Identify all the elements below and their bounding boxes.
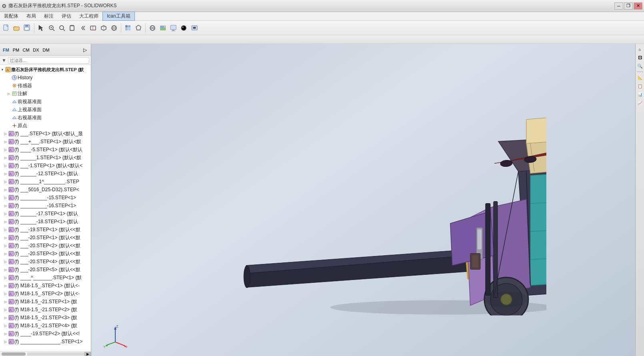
right-view2-btn[interactable]: 📋 (636, 82, 644, 90)
part6-expand-icon[interactable]: ▷ (3, 171, 8, 176)
part25-expand-icon[interactable]: ▷ (3, 323, 8, 328)
toolbar-save[interactable] (22, 23, 32, 33)
toolbar-prev-view[interactable] (78, 23, 88, 33)
toolbar-select[interactable] (36, 23, 46, 33)
top-plane-expand-icon[interactable] (6, 107, 11, 112)
toolbar-scene[interactable] (158, 23, 168, 33)
toolbar-3d-view[interactable] (99, 23, 108, 33)
part13-expand-icon[interactable]: ▷ (3, 227, 8, 232)
config-manager-tab[interactable]: CM (22, 46, 30, 54)
right-home-btn[interactable]: ⌂ (636, 46, 644, 53)
menu-engineer[interactable]: 大工程师 (75, 12, 102, 20)
tree-row[interactable]: ▷ A (f) ___-1.STEP<1> (默认<默认< (0, 162, 91, 170)
part24-expand-icon[interactable]: ▷ (3, 315, 8, 320)
tree-row[interactable]: ▷ A (f) __________-15.STEP<1> (0, 194, 91, 202)
expand-panel-btn[interactable]: ▷ (80, 46, 89, 54)
tree-row[interactable]: ▷ A (f) M18-1.5_.STEP<1> (默认<- (0, 282, 91, 290)
top-plane-item[interactable]: 上视基准面 (0, 106, 91, 114)
display-manager-tab[interactable]: DM (42, 46, 50, 54)
tree-row[interactable]: ▷ A (f) ___-20.STEP<2> (默认<<默 (0, 242, 91, 250)
part18-expand-icon[interactable]: ▷ (3, 267, 8, 272)
tree-row[interactable]: ▷ A (f) _______________.STEP<1> (0, 338, 91, 346)
part27-expand-icon[interactable]: ▷ (3, 339, 8, 344)
toolbar-zoom-fit[interactable] (57, 23, 67, 33)
toolbar-shaded[interactable] (123, 23, 133, 33)
menu-layout[interactable]: 布局 (22, 12, 40, 20)
origin-expand-icon[interactable] (6, 123, 11, 128)
toolbar-zoom-window[interactable] (47, 23, 56, 33)
right-plane-expand-icon[interactable] (6, 115, 11, 120)
tree-row[interactable]: ▷ A (f) ____-5.STEP<1> (默认<默认 (0, 146, 91, 154)
tree-horizontal-scroll[interactable]: ▶ (0, 351, 91, 356)
restore-button[interactable]: ❐ (624, 2, 633, 10)
annotation-item[interactable]: ▷ 注解 (0, 90, 91, 98)
history-expand-icon[interactable] (6, 75, 11, 80)
part3-expand-icon[interactable]: ▷ (3, 147, 8, 152)
menu-evaluate[interactable]: 评估 (58, 12, 75, 20)
filter-input[interactable] (8, 57, 89, 64)
tree-row[interactable]: ▷ A (f) ____^_______.STEP<1> (默 (0, 274, 91, 282)
menu-annotation[interactable]: 标注 (40, 12, 58, 20)
titlebar-right[interactable]: ─ ❐ ✕ (614, 2, 642, 10)
part16-expand-icon[interactable]: ▷ (3, 251, 8, 256)
tree-row[interactable]: ▷ A (f) ___+___.STEP<1> (默认<默 (0, 138, 91, 146)
part1-expand-icon[interactable]: ▷ (3, 131, 8, 136)
right-plane-item[interactable]: 右视基准面 (0, 114, 91, 122)
origin-item[interactable]: 原点 (0, 122, 91, 130)
toolbar-shadows[interactable]: 💻 (189, 23, 199, 33)
part21-expand-icon[interactable]: ▷ (3, 291, 8, 296)
tree-row[interactable]: ▷ A (f) ___5016_D25-D32).STEP< (0, 186, 91, 194)
part4-expand-icon[interactable]: ▷ (3, 155, 8, 160)
right-search-btn[interactable]: 🔍 (636, 62, 644, 70)
dim-xpert-tab[interactable]: DX (32, 46, 40, 54)
tree-row[interactable]: ▷ A (f) M18-1.5_-21.STEP<4> (默 (0, 322, 91, 330)
front-plane-item[interactable]: 前视基准面 (0, 98, 91, 106)
part10-expand-icon[interactable]: ▷ (3, 203, 8, 208)
root-expand-icon[interactable]: ▼ (0, 67, 5, 72)
annotation-expand-icon[interactable]: ▷ (6, 91, 11, 96)
right-view3-btn[interactable]: 📊 (636, 91, 644, 98)
sensor-expand-icon[interactable] (6, 83, 11, 88)
toolbar-color-globe[interactable] (148, 23, 157, 33)
tree-row[interactable]: ▷ A (f) ______-18.STEP<1> (默认 (0, 218, 91, 226)
tree-row[interactable]: ▷ A (f) M18-1.5_-21.STEP<2> (默 (0, 306, 91, 314)
tree-row[interactable]: ▷ A (f) ___.STEP<1> (默认<默认_显 (0, 130, 91, 138)
tree-row[interactable]: ▷ A (f) ___-20.STEP<5> (默认<<默 (0, 266, 91, 274)
part8-expand-icon[interactable]: ▷ (3, 187, 8, 192)
tree-row[interactable]: ▷ A (f) M18-1.5_-21.STEP<1> (默 (0, 298, 91, 306)
right-view4-btn[interactable]: 📈 (636, 99, 644, 106)
toolbar-realview[interactable] (179, 23, 189, 33)
history-item[interactable]: History (0, 74, 91, 82)
toolbar-new[interactable] (2, 23, 11, 33)
part15-expand-icon[interactable]: ▷ (3, 243, 8, 248)
part19-expand-icon[interactable]: ▷ (3, 275, 8, 280)
tree-root-item[interactable]: ▼ A 撒石灰卧床平推机绞龙出料.STEP (默 (0, 66, 91, 74)
menu-ican[interactable]: Ican工具箱 (102, 12, 135, 21)
tree-row[interactable]: ▷ A (f) ____-19.STEP<2> (默认<<! (0, 330, 91, 338)
part12-expand-icon[interactable]: ▷ (3, 219, 8, 224)
right-zoom-btn[interactable]: ⊡ (636, 54, 644, 61)
tree-row[interactable]: ▷ A (f) ___-20.STEP<1> (默认<<默 (0, 234, 91, 242)
tree-row[interactable]: ▷ A (f) ______-12.STEP<1> (默认 (0, 170, 91, 178)
menu-assemble[interactable]: 装配体 (0, 12, 22, 20)
scroll-right-btn[interactable]: ▶ (84, 352, 91, 356)
part2-expand-icon[interactable]: ▷ (3, 139, 8, 144)
tree-row[interactable]: ▷ A (f) ___-20.STEP<4> (默认<<默 (0, 258, 91, 266)
part20-expand-icon[interactable]: ▷ (3, 283, 8, 288)
part11-expand-icon[interactable]: ▷ (3, 211, 8, 216)
tree-row[interactable]: ▷ A (f) __________-16.STEP<1> (0, 202, 91, 210)
part17-expand-icon[interactable]: ▷ (3, 259, 8, 264)
toolbar-display-state[interactable] (169, 23, 178, 33)
toolbar-render-mode[interactable] (109, 23, 119, 33)
tree-row[interactable]: ▷ A (f) ______-17.STEP<1> (默认 (0, 210, 91, 218)
part7-expand-icon[interactable]: ▷ (3, 179, 8, 184)
tree-row[interactable]: ▷ A (f) M18-1.5_-21.STEP<3> (默 (0, 314, 91, 322)
part9-expand-icon[interactable]: ▷ (3, 195, 8, 200)
tree-row[interactable]: ▷ A (f) M18-1.5_.STEP<2> (默认<- (0, 290, 91, 298)
tree-row[interactable]: ▷ A (f) _______1^________.STEP (0, 178, 91, 186)
part26-expand-icon[interactable]: ▷ (3, 331, 8, 336)
minimize-button[interactable]: ─ (614, 2, 623, 10)
tree-row[interactable]: ▷ A (f) ______1.STEP<1> (默认<默 (0, 154, 91, 162)
part14-expand-icon[interactable]: ▷ (3, 235, 8, 240)
close-button[interactable]: ✕ (634, 2, 642, 10)
